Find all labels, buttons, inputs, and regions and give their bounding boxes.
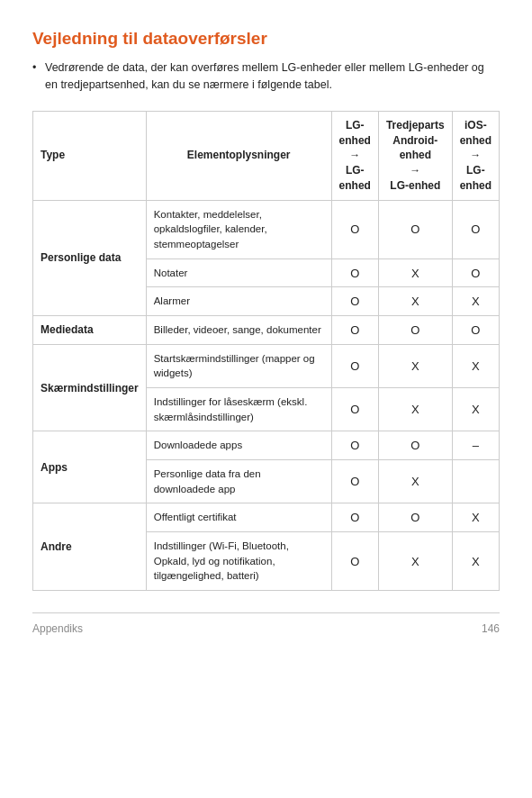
symbol-ios-lg [452, 460, 499, 503]
group-label: Skærmindstillinger [33, 344, 147, 431]
element-text: Notater [146, 258, 331, 287]
symbol-ios-lg: O [452, 258, 499, 287]
data-transfer-table: Type Elementoplysninger LG-enhed→LG-enhe… [32, 111, 500, 591]
footer-right: 146 [482, 622, 500, 635]
group-label: Personlige data [33, 200, 147, 315]
symbol-android-lg: X [378, 460, 452, 503]
group-label: Apps [33, 431, 147, 503]
symbol-ios-lg: X [452, 388, 499, 431]
symbol-ios-lg: O [452, 316, 499, 345]
symbol-ios-lg: O [452, 200, 499, 258]
symbol-lg-lg: O [331, 431, 378, 460]
symbol-android-lg: X [378, 258, 452, 287]
symbol-android-lg: O [378, 316, 452, 345]
group-label: Andre [33, 503, 147, 591]
symbol-android-lg: X [378, 287, 452, 316]
header-android-lg: TredjepartsAndroid-enhed→LG-enhed [378, 111, 452, 200]
element-text: Offentligt certifikat [146, 503, 331, 532]
symbol-ios-lg: X [452, 503, 499, 532]
element-text: Indstillinger (Wi-Fi, Bluetooth, Opkald,… [146, 532, 331, 591]
symbol-android-lg: O [378, 503, 452, 532]
symbol-lg-lg: O [331, 287, 378, 316]
element-text: Personlige data fra den downloadede app [146, 460, 331, 503]
group-label: Mediedata [33, 316, 147, 345]
symbol-android-lg: X [378, 388, 452, 431]
symbol-lg-lg: O [331, 532, 378, 591]
symbol-ios-lg: X [452, 287, 499, 316]
symbol-android-lg: X [378, 344, 452, 387]
element-text: Downloadede apps [146, 431, 331, 460]
element-text: Alarmer [146, 287, 331, 316]
symbol-android-lg: O [378, 200, 452, 258]
symbol-lg-lg: O [331, 460, 378, 503]
element-text: Kontakter, meddelelser, opkaldslogfiler,… [146, 200, 331, 258]
symbol-lg-lg: O [331, 344, 378, 387]
element-text: Billeder, videoer, sange, dokumenter [146, 316, 331, 345]
element-text: Indstillinger for låseskærm (ekskl. skær… [146, 388, 331, 431]
symbol-lg-lg: O [331, 316, 378, 345]
symbol-android-lg: X [378, 532, 452, 591]
footer: Appendiks 146 [32, 612, 500, 635]
header-ios-lg: iOS-enhed→LG-enhed [452, 111, 499, 200]
symbol-ios-lg: – [452, 431, 499, 460]
symbol-ios-lg: X [452, 532, 499, 591]
header-type: Type [33, 111, 147, 200]
header-element: Elementoplysninger [146, 111, 331, 200]
footer-left: Appendiks [32, 622, 83, 635]
symbol-android-lg: O [378, 431, 452, 460]
page-title: Vejledning til dataoverførsler [32, 29, 500, 49]
intro-text: Vedrørende de data, der kan overføres me… [32, 59, 500, 95]
symbol-ios-lg: X [452, 344, 499, 387]
header-lg-lg: LG-enhed→LG-enhed [331, 111, 378, 200]
symbol-lg-lg: O [331, 200, 378, 258]
symbol-lg-lg: O [331, 258, 378, 287]
symbol-lg-lg: O [331, 388, 378, 431]
symbol-lg-lg: O [331, 503, 378, 532]
element-text: Startskærmindstillinger (mapper og widge… [146, 344, 331, 387]
